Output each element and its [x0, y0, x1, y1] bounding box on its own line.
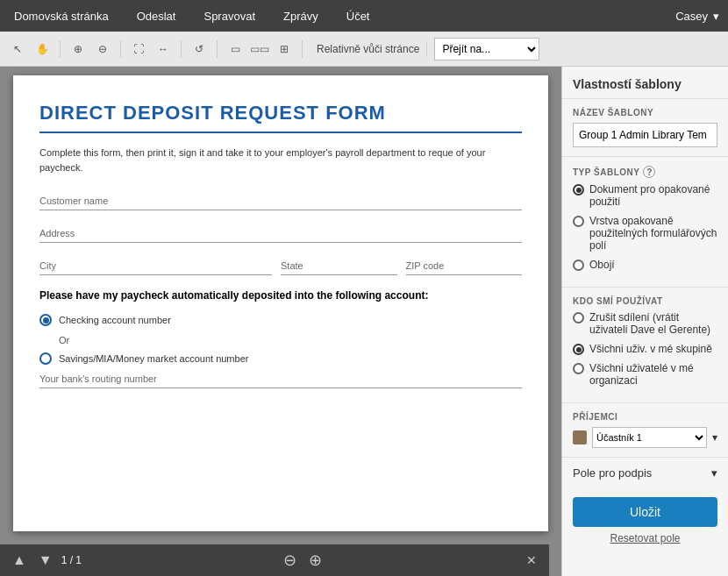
recipients-section: PŘÍJEMCI Účastník 1 ▾: [562, 403, 728, 458]
zoom-in-bottom-btn[interactable]: ⊕: [305, 549, 325, 572]
recipients-label: PŘÍJEMCI: [573, 412, 717, 422]
toolbar: ↖ ✋ ⊕ ⊖ ⛶ ↔ ↺ ▭ ▭▭ ⊞ Relativně vůči strá…: [0, 32, 728, 67]
use-label-2: Všichni uživ. v mé skupině: [589, 343, 712, 355]
use-radio-2: [573, 344, 584, 355]
pdf-bottom-bar: ▲ ▼ 1 / 1 ⊖ ⊕ ✕: [0, 544, 549, 576]
right-panel: Vlastností šablony NÁZEV ŠABLONY TYP ŠAB…: [561, 67, 728, 576]
who-can-use-label: KDO SMÍ POUŽÍVAT: [573, 296, 717, 306]
pdf-title: DIRECT DEPOSIT REQUEST FORM: [39, 102, 522, 124]
template-name-section: NÁZEV ŠABLONY: [562, 99, 728, 157]
type-radio-3: [573, 260, 584, 271]
panel-header: Vlastností šablony: [562, 67, 728, 99]
toolbar-sep-1: [60, 40, 61, 58]
recipient-color-1: [573, 430, 587, 444]
toolbar-sep-4: [217, 40, 218, 58]
savings-radio[interactable]: [39, 352, 52, 365]
routing-number-field: Your bank's routing number: [39, 373, 522, 388]
address-field: Address: [39, 224, 522, 243]
template-type-help[interactable]: ?: [643, 166, 655, 178]
nav-messages[interactable]: Zprávy: [278, 6, 324, 26]
use-option-1[interactable]: Zrušit sdílení (vrátit uživateli Dave el…: [573, 311, 717, 336]
zoom-out-btn[interactable]: ⊖: [92, 39, 113, 60]
cursor-tool-btn[interactable]: ↖: [7, 39, 28, 60]
signature-fields-header[interactable]: Pole pro podpis ▾: [562, 458, 728, 488]
toolbar-sep-2: [120, 40, 121, 58]
use-option-3[interactable]: Všichni uživatelé v mé organizaci: [573, 362, 717, 387]
two-page-btn[interactable]: ▭▭: [249, 39, 270, 60]
hand-tool-btn[interactable]: ✋: [32, 39, 53, 60]
use-label-1: Zrušit sdílení (vrátit uživateli Dave el…: [589, 311, 717, 336]
type-label-3: Obojí: [589, 259, 615, 271]
page-navigation: ▲ ▼ 1 / 1: [9, 551, 82, 570]
reset-link[interactable]: Resetovat pole: [573, 532, 717, 544]
user-menu[interactable]: Casey ▾: [675, 10, 719, 23]
user-name: Casey: [675, 10, 708, 23]
close-viewer-btn[interactable]: ✕: [523, 551, 540, 569]
toolbar-sep-3: [181, 40, 182, 58]
type-option-2[interactable]: Vrstva opakovaně použitelných formulářov…: [573, 215, 717, 252]
type-radio-2: [573, 216, 584, 227]
savings-label: Savings/MIA/Money market account number: [59, 353, 248, 364]
state-field: State: [281, 257, 397, 275]
fit-width-btn[interactable]: ↔: [153, 39, 174, 60]
thumbnail-btn[interactable]: ⊞: [274, 39, 295, 60]
city-field: City: [39, 257, 272, 275]
checking-label: Checking account number: [59, 315, 171, 325]
nav-home[interactable]: Domovská stránka: [9, 6, 114, 26]
paycheck-bold-text: Please have my paycheck automatically de…: [39, 289, 522, 302]
pdf-page: DIRECT DEPOSIT REQUEST FORM Complete thi…: [13, 75, 548, 531]
type-option-3[interactable]: Obojí: [573, 259, 717, 271]
template-type-section: TYP ŠABLONY ? Dokument pro opakované pou…: [562, 157, 728, 288]
checking-radio-row: Checking account number: [39, 314, 522, 326]
use-radio-3: [573, 363, 584, 374]
nav-send[interactable]: Odeslat: [132, 6, 182, 26]
template-type-label: TYP ŠABLONY ?: [573, 166, 717, 178]
or-text: Or: [59, 335, 522, 345]
who-can-use-section: KDO SMÍ POUŽÍVAT Zrušit sdílení (vrátit …: [562, 288, 728, 403]
signature-fields-label: Pole pro podpis: [573, 466, 652, 480]
zoom-controls: ⊖ ⊕: [280, 549, 325, 572]
checking-radio[interactable]: [39, 314, 52, 326]
recipient-select-1[interactable]: Účastník 1: [592, 427, 707, 448]
savings-radio-row: Savings/MIA/Money market account number: [39, 352, 522, 365]
zip-field: ZIP code: [406, 257, 523, 275]
save-button[interactable]: Uložit: [573, 497, 717, 527]
user-dropdown-icon: ▾: [713, 10, 719, 23]
customer-name-field: Customer name: [39, 192, 522, 210]
type-option-1[interactable]: Dokument pro opakované použití: [573, 183, 717, 208]
template-name-input[interactable]: [573, 123, 717, 147]
type-label-2: Vrstva opakovaně použitelných formulářov…: [589, 215, 717, 252]
zoom-out-bottom-btn[interactable]: ⊖: [280, 549, 300, 572]
page-up-btn[interactable]: ▲: [9, 551, 30, 570]
pdf-divider: [39, 132, 522, 133]
main-area: DIRECT DEPOSIT REQUEST FORM Complete thi…: [0, 67, 728, 576]
nav-account[interactable]: Účet: [341, 6, 375, 26]
city-state-zip-row: City State ZIP code: [39, 257, 522, 275]
page-info: 1 / 1: [61, 554, 82, 566]
top-nav: Domovská stránka Odeslat Spravovat Zpráv…: [0, 0, 728, 32]
save-section: Uložit Resetovat pole: [562, 488, 728, 553]
use-radio-1: [573, 312, 584, 324]
type-label-1: Dokument pro opakované použití: [589, 183, 717, 208]
nav-manage[interactable]: Spravovat: [198, 6, 261, 26]
rotate-btn[interactable]: ↺: [189, 39, 210, 60]
fit-page-btn[interactable]: ⛶: [128, 39, 149, 60]
page-down-btn[interactable]: ▼: [35, 551, 56, 570]
signature-fields-chevron: ▾: [711, 466, 717, 480]
type-radio-1: [573, 184, 584, 196]
use-label-3: Všichni uživatelé v mé organizaci: [589, 362, 717, 387]
pdf-subtitle: Complete this form, then print it, sign …: [39, 146, 522, 174]
nav-links: Domovská stránka Odeslat Spravovat Zpráv…: [9, 6, 375, 26]
toolbar-sep-5: [302, 40, 303, 58]
single-page-btn[interactable]: ▭: [225, 39, 246, 60]
relative-label: Relativně vůči stránce: [310, 43, 427, 55]
template-name-label: NÁZEV ŠABLONY: [573, 108, 717, 117]
recipient-dropdown-icon: ▾: [712, 431, 717, 444]
pdf-viewer: DIRECT DEPOSIT REQUEST FORM Complete thi…: [0, 67, 561, 576]
use-option-2[interactable]: Všichni uživ. v mé skupině: [573, 343, 717, 355]
navigate-select[interactable]: Přejít na... Strana 1: [434, 38, 539, 60]
zoom-tool-btn[interactable]: ⊕: [68, 39, 89, 60]
recipient-row-1: Účastník 1 ▾: [573, 427, 717, 448]
